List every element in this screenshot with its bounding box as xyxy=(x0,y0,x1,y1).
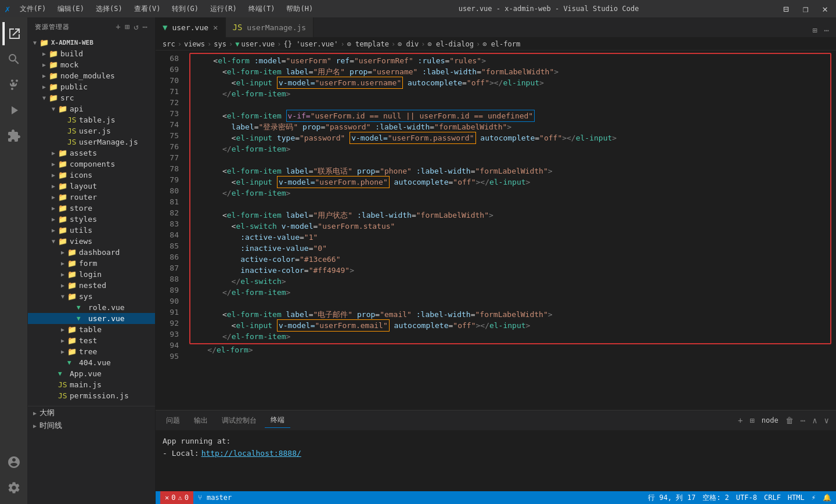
sidebar-item-build[interactable]: ▶ 📁 build xyxy=(28,48,155,59)
breadcrumb-scope[interactable]: {} 'user.vue' xyxy=(283,40,338,48)
code-editor: 68 69 70 71 72 73 74 75 76 77 78 79 80 8… xyxy=(156,51,836,410)
breadcrumb-uservue[interactable]: ▼ user.vue xyxy=(235,40,275,48)
menu-view[interactable]: 查看(V) xyxy=(129,3,165,15)
sidebar-item-user-js[interactable]: JS user.js xyxy=(28,125,155,136)
sidebar-item-router[interactable]: ▶ 📁 router xyxy=(28,192,155,203)
activity-run[interactable] xyxy=(2,99,26,122)
tab-user-vue[interactable]: ▼ user.vue ✕ xyxy=(156,17,226,37)
maximize-button[interactable]: ❐ xyxy=(799,2,812,16)
sidebar-item-outline[interactable]: ▶ 大纲 xyxy=(28,406,155,419)
chevron-down-icon[interactable]: ∨ xyxy=(822,415,831,426)
new-file-icon[interactable]: + xyxy=(116,22,121,31)
tab-close-button[interactable]: ✕ xyxy=(213,23,218,32)
format-icon[interactable]: ⚡ xyxy=(812,494,816,502)
sidebar-item-views[interactable]: ▼ 📁 views xyxy=(28,236,155,247)
sidebar-item-permission-js[interactable]: JS permission.js xyxy=(28,390,155,401)
chevron-right-icon: ▶ xyxy=(58,282,67,289)
sidebar-item-usermanage-js[interactable]: JS userManage.js xyxy=(28,136,155,147)
sidebar-item-table[interactable]: ▶ 📁 table xyxy=(28,324,155,335)
split-editor-icon[interactable]: ⊞ xyxy=(810,23,819,37)
chevron-down-icon: ▼ xyxy=(58,293,67,300)
activity-account[interactable] xyxy=(2,451,26,474)
activity-search[interactable] xyxy=(2,48,26,71)
tab-usermanage-js[interactable]: JS userManage.js xyxy=(226,17,314,37)
tab-problems[interactable]: 问题 xyxy=(160,413,186,428)
folder-icon: 📁 xyxy=(58,182,67,190)
add-terminal-icon[interactable]: + xyxy=(736,415,745,426)
sidebar-item-nested[interactable]: ▶ 📁 nested xyxy=(28,280,155,291)
activity-explorer[interactable] xyxy=(2,22,26,45)
sidebar-item-app-vue[interactable]: ▼ App.vue xyxy=(28,368,155,379)
error-count[interactable]: ✕ 0 ⚠ 0 xyxy=(160,491,193,504)
encoding[interactable]: UTF-8 xyxy=(736,494,757,502)
chevron-right-icon: ▶ xyxy=(39,73,49,79)
menu-terminal[interactable]: 终端(T) xyxy=(244,3,280,15)
sidebar-item-timeline[interactable]: ▶ 时间线 xyxy=(28,419,155,432)
breadcrumb-elform[interactable]: ⊙ el-form xyxy=(482,40,520,48)
sidebar-item-login[interactable]: ▶ 📁 login xyxy=(28,269,155,280)
terminal-url[interactable]: http://localhost:8888/ xyxy=(201,448,301,460)
tab-debug-console[interactable]: 调试控制台 xyxy=(216,413,262,428)
breadcrumb-src[interactable]: src xyxy=(163,40,175,48)
more-actions-icon[interactable]: ⋯ xyxy=(822,23,831,37)
sidebar-item-assets[interactable]: ▶ 📁 assets xyxy=(28,147,155,159)
trash-icon[interactable]: 🗑 xyxy=(783,415,796,426)
spaces[interactable]: 空格: 2 xyxy=(702,493,729,503)
notifications-icon[interactable]: 🔔 xyxy=(823,494,831,502)
branch-name[interactable]: master xyxy=(207,494,232,502)
chevron-up-icon[interactable]: ∧ xyxy=(810,415,819,426)
menu-goto[interactable]: 转到(G) xyxy=(167,3,203,15)
sidebar-item-layout[interactable]: ▶ 📁 layout xyxy=(28,181,155,192)
sidebar-item-public[interactable]: ▶ 📁 public xyxy=(28,81,155,92)
sidebar-item-user-vue[interactable]: ▼ user.vue xyxy=(28,313,155,324)
sidebar-item-table-js[interactable]: JS table.js xyxy=(28,114,155,125)
sidebar-item-test[interactable]: ▶ 📁 test xyxy=(28,335,155,346)
sidebar-item-styles[interactable]: ▶ 📁 styles xyxy=(28,214,155,225)
sidebar-item-sys[interactable]: ▼ 📁 sys xyxy=(28,291,155,302)
breadcrumb-eldialog[interactable]: ⊙ el-dialog xyxy=(427,40,473,48)
activity-source-control[interactable] xyxy=(2,73,26,96)
sidebar-item-tree[interactable]: ▶ 📁 tree xyxy=(28,346,155,357)
sidebar-item-404-vue[interactable]: ▼ 404.vue xyxy=(28,357,155,368)
menu-edit[interactable]: 编辑(E) xyxy=(53,3,89,15)
sidebar-item-api[interactable]: ▼ 📁 api xyxy=(28,103,155,114)
collapse-all-icon[interactable]: ⋯ xyxy=(143,22,148,31)
menu-file[interactable]: 文件(F) xyxy=(15,3,51,15)
split-terminal-icon[interactable]: ⊞ xyxy=(747,415,756,426)
breadcrumb-views[interactable]: views xyxy=(184,40,205,48)
sidebar-item-components[interactable]: ▶ 📁 components xyxy=(28,159,155,170)
activity-settings[interactable] xyxy=(2,476,26,499)
title-bar-left: ✗ 文件(F) 编辑(E) 选择(S) 查看(V) 转到(G) 运行(R) 终端… xyxy=(5,3,318,15)
activity-extensions[interactable] xyxy=(2,124,26,147)
cursor-position[interactable]: 行 94, 列 17 xyxy=(648,493,696,503)
minimize-button[interactable]: ⊟ xyxy=(780,2,792,16)
menu-select[interactable]: 选择(S) xyxy=(91,3,127,15)
sidebar-item-form[interactable]: ▶ 📁 form xyxy=(28,258,155,269)
sidebar-item-icons[interactable]: ▶ 📁 icons xyxy=(28,170,155,181)
breadcrumb-template[interactable]: ⊙ template xyxy=(347,40,389,48)
line-num-86: 86 xyxy=(156,251,179,262)
menu-run[interactable]: 运行(R) xyxy=(206,3,242,15)
breadcrumb-div[interactable]: ⊙ div xyxy=(398,40,419,48)
sidebar-item-utils[interactable]: ▶ 📁 utils xyxy=(28,225,155,236)
language-mode[interactable]: HTML xyxy=(788,494,805,502)
line-ending[interactable]: CRLF xyxy=(764,494,781,502)
sidebar-item-role-vue[interactable]: ▼ role.vue xyxy=(28,302,155,313)
breadcrumb-sys[interactable]: sys xyxy=(214,40,226,48)
new-folder-icon[interactable]: ⊞ xyxy=(125,22,130,31)
refresh-icon[interactable]: ↺ xyxy=(134,22,139,31)
sidebar-item-main-js[interactable]: JS main.js xyxy=(28,379,155,390)
close-button[interactable]: ✕ xyxy=(819,2,831,16)
js-icon: JS xyxy=(58,380,67,389)
sidebar-item-node-modules[interactable]: ▶ 📁 node_modules xyxy=(28,70,155,81)
sidebar-item-dashboard[interactable]: ▶ 📁 dashboard xyxy=(28,247,155,258)
tab-output[interactable]: 输出 xyxy=(188,413,214,428)
tree-root[interactable]: ▼ 📁 X-ADMIN-WEB xyxy=(28,37,155,48)
tab-terminal[interactable]: 终端 xyxy=(265,413,290,428)
sidebar-item-mock[interactable]: ▶ 📁 mock xyxy=(28,59,155,70)
panel-more-icon[interactable]: ⋯ xyxy=(798,415,808,426)
sidebar-item-src[interactable]: ▼ 📁 src xyxy=(28,92,155,103)
sidebar-item-store[interactable]: ▶ 📁 store xyxy=(28,203,155,214)
menu-help[interactable]: 帮助(H) xyxy=(282,3,318,15)
code-content[interactable]: <el-form :model="userForm" ref="userForm… xyxy=(185,51,836,410)
